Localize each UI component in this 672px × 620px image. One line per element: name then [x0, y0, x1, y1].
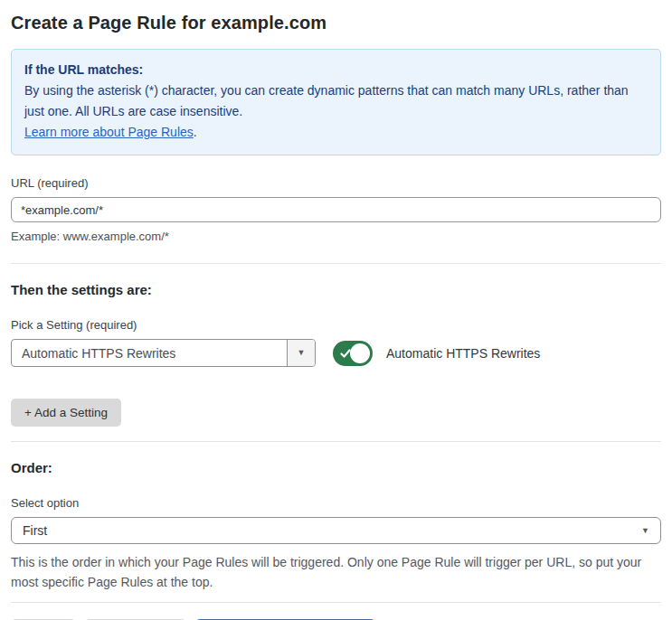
info-box-link-line: Learn more about Page Rules. — [24, 122, 648, 143]
https-rewrites-toggle[interactable] — [333, 341, 373, 366]
setting-row: Automatic HTTPS Rewrites ▼ Automatic HTT… — [11, 339, 661, 367]
setting-picker-dropdown[interactable]: Automatic HTTPS Rewrites ▼ — [11, 339, 316, 367]
order-select[interactable]: First ▼ — [11, 517, 661, 544]
settings-section-heading: Then the settings are: — [11, 282, 661, 297]
order-select-label: Select option — [11, 496, 661, 510]
divider-before-footer — [11, 602, 661, 603]
toggle-label: Automatic HTTPS Rewrites — [386, 346, 540, 361]
url-matches-info-box: If the URL matches: By using the asteris… — [11, 49, 661, 155]
add-setting-wrap: + Add a Setting — [11, 399, 661, 427]
create-page-rule-panel: Create a Page Rule for example.com If th… — [0, 0, 672, 620]
page-title: Create a Page Rule for example.com — [11, 0, 661, 33]
divider-before-order — [11, 441, 661, 442]
dropdown-arrow-icon: ▼ — [298, 349, 306, 357]
info-box-body: By using the asterisk (*) character, you… — [24, 80, 648, 122]
url-label: URL (required) — [11, 176, 661, 190]
info-box-heading: If the URL matches: — [24, 60, 648, 80]
setting-picker-value: Automatic HTTPS Rewrites — [12, 340, 287, 366]
link-period: . — [194, 125, 197, 139]
setting-picker-dropdown-button[interactable]: ▼ — [287, 340, 315, 366]
select-arrow-icon: ▼ — [641, 527, 649, 535]
add-setting-button[interactable]: + Add a Setting — [11, 399, 121, 427]
divider-after-url — [11, 263, 661, 264]
pick-setting-label: Pick a Setting (required) — [11, 318, 661, 332]
order-section-heading: Order: — [11, 460, 661, 475]
toggle-knob — [350, 343, 370, 363]
url-input[interactable] — [11, 197, 661, 222]
url-example-helper: Example: www.example.com/* — [11, 230, 661, 243]
learn-more-link[interactable]: Learn more about Page Rules — [24, 125, 194, 139]
order-helper-text: This is the order in which your Page Rul… — [11, 552, 661, 592]
order-select-value: First — [23, 523, 47, 538]
